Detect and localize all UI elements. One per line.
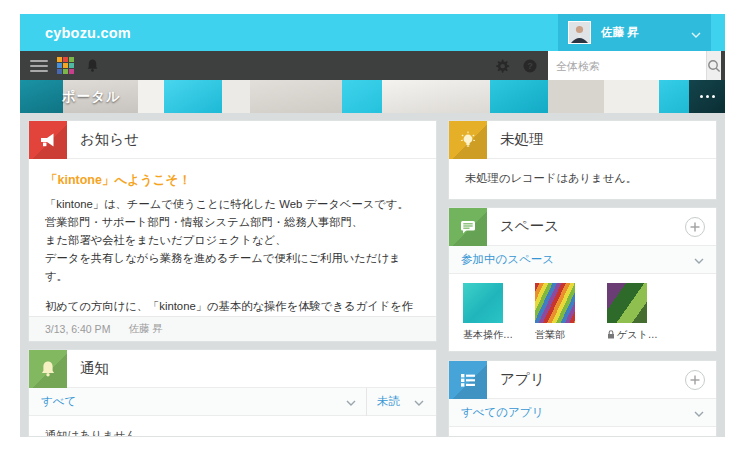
intro-line: また部署や会社をまたいだプロジェクトなど、	[45, 231, 420, 249]
space-thumbnail	[607, 283, 647, 323]
search-icon[interactable]	[706, 51, 721, 80]
apps-filter[interactable]: すべてのアプリ	[461, 405, 543, 420]
spaces-title: スペース	[500, 217, 559, 236]
filter-all[interactable]: すべて	[41, 394, 76, 409]
notifications-filter-row: すべて 未読	[29, 388, 436, 416]
apps-filter-row: すべてのアプリ	[449, 399, 716, 427]
app-launcher-icon[interactable]	[57, 57, 74, 74]
space-label: 基本操作…	[463, 328, 519, 342]
notifications-bell-icon	[29, 350, 67, 388]
chevron-down-icon[interactable]	[694, 254, 704, 266]
kintone-portal-page: cybozu.com 佐藤 昇	[0, 0, 745, 453]
filter-unread[interactable]: 未読	[377, 394, 400, 409]
bell-icon[interactable]	[85, 58, 100, 73]
space-label: 営業部	[535, 328, 591, 342]
global-search	[548, 51, 716, 80]
nav-bar: ?	[20, 51, 725, 80]
space-thumbnail	[535, 283, 575, 323]
pending-empty-message: 未処理のレコードはありません。	[449, 159, 716, 198]
notifications-panel: 通知 すべて 未読 通知はありません	[28, 349, 437, 437]
apps-header: アプリ	[449, 361, 716, 399]
pending-title: 未処理	[500, 130, 544, 149]
announcement-footer: 3/13, 6:40 PM 佐藤 昇	[29, 316, 436, 341]
announcement-title: お知らせ	[80, 130, 139, 149]
menu-icon[interactable]	[30, 60, 48, 72]
announcement-body: 「kintone」へようこそ！ 「kintone」は、チームで使うことに特化した…	[29, 159, 436, 316]
chevron-down-icon[interactable]	[346, 396, 356, 408]
user-name: 佐藤 昇	[601, 25, 639, 40]
portal-cover-banner: ポータル	[20, 80, 725, 113]
pending-header: 未処理	[449, 121, 716, 159]
portal-content: お知らせ 「kintone」へようこそ！ 「kintone」は、チームで使うこと…	[20, 113, 725, 437]
lightbulb-icon	[449, 121, 487, 159]
user-menu[interactable]: 佐藤 昇	[558, 14, 711, 51]
avatar	[568, 21, 591, 44]
apps-panel: アプリ すべてのアプリ	[448, 360, 717, 437]
space-item[interactable]: ゲスト…	[607, 283, 663, 342]
intro-line: データを共有しながら業務を進めるチームで便利にご利用いただけます。	[45, 249, 420, 285]
spaces-panel: スペース 参加中のスペース	[448, 207, 717, 352]
chevron-down-icon[interactable]	[694, 407, 704, 419]
intro-line: 営業部門・サポート部門・情報システム部門・総務人事部門、	[45, 213, 420, 231]
intro-line: 「kintone」は、チームで使うことに特化した Web データベースです。	[45, 195, 420, 213]
notifications-header: 通知	[29, 350, 436, 388]
chevron-down-icon[interactable]	[414, 396, 424, 408]
space-item[interactable]: 基本操作…	[463, 283, 519, 342]
announcement-panel: お知らせ 「kintone」へようこそ！ 「kintone」は、チームで使うこと…	[28, 120, 437, 342]
notifications-title: 通知	[80, 359, 109, 378]
space-item[interactable]: 営業部	[535, 283, 591, 342]
portal-more-icon[interactable]	[689, 80, 725, 113]
help-icon[interactable]: ?	[523, 59, 537, 73]
spaces-filter-row: 参加中のスペース	[449, 246, 716, 274]
app-list-icon	[449, 361, 487, 399]
chevron-down-icon	[691, 24, 701, 42]
add-space-button[interactable]	[685, 217, 705, 237]
announcement-header: お知らせ	[29, 121, 436, 159]
search-input[interactable]	[548, 51, 706, 80]
left-column: お知らせ 「kintone」へようこそ！ 「kintone」は、チームで使うこと…	[28, 120, 437, 437]
svg-text:?: ?	[527, 61, 533, 71]
app-frame: cybozu.com 佐藤 昇	[20, 14, 725, 437]
right-column: 未処理 未処理のレコードはありません。 ス	[448, 120, 717, 437]
apps-title: アプリ	[500, 370, 545, 389]
top-bar: cybozu.com 佐藤 昇	[20, 14, 725, 51]
pending-panel: 未処理 未処理のレコードはありません。	[448, 120, 717, 200]
spaces-list: 基本操作… 営業部 ゲスト…	[449, 274, 716, 351]
space-thumbnail	[463, 283, 503, 323]
space-label: ゲスト…	[607, 328, 663, 342]
gear-icon[interactable]	[494, 58, 510, 74]
lock-icon	[607, 330, 615, 341]
speech-bubble-icon	[449, 208, 487, 246]
welcome-heading: 「kintone」へようこそ！	[45, 170, 420, 190]
posted-by[interactable]: 佐藤 昇	[128, 322, 162, 336]
cybozu-logo[interactable]: cybozu.com	[45, 25, 131, 41]
megaphone-icon	[29, 121, 67, 159]
spaces-header: スペース	[449, 208, 716, 246]
posted-date: 3/13, 6:40 PM	[45, 323, 110, 335]
page-title: ポータル	[62, 88, 121, 106]
notifications-empty-message: 通知はありません	[29, 416, 436, 437]
guide-line: 初めての方向けに、「kintone」の基本的な操作を体験できるガイドを作成しまし…	[45, 297, 420, 316]
add-app-button[interactable]	[685, 370, 705, 390]
spaces-filter[interactable]: 参加中のスペース	[461, 252, 554, 267]
